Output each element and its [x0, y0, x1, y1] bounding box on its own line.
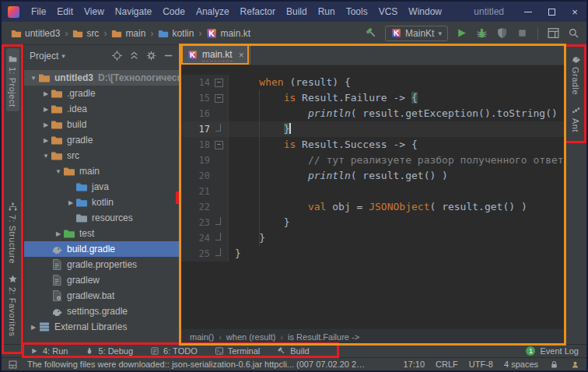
toolwindow-button-1-project[interactable]: 1: Project	[6, 48, 19, 111]
breadcrumb-src[interactable]: src	[71, 27, 100, 40]
code-line-16[interactable]: 16 println( result.getException().toStri…	[180, 106, 564, 121]
expand-arrow-icon[interactable]: ▶	[29, 324, 38, 331]
layout-icon[interactable]	[547, 26, 560, 40]
toolwindow-button-build[interactable]: Build	[277, 346, 309, 356]
fold-marker-icon[interactable]	[210, 215, 229, 230]
code-line-19[interactable]: 19 // тут реализуете разбор полученного …	[180, 153, 564, 168]
hide-panel-icon[interactable]	[163, 50, 174, 61]
line-number[interactable]: 24	[180, 230, 210, 246]
tree-item-gradle[interactable]: ▶.gradle	[24, 86, 180, 101]
editor-tab-main-kt[interactable]: main.kt ×	[180, 45, 252, 65]
menu-analyze[interactable]: Analyze	[191, 6, 235, 17]
tree-item-gradlew-bat[interactable]: gradlew.bat	[24, 288, 180, 304]
toolwindow-button-2-favorites[interactable]: 2: Favorites	[6, 268, 19, 341]
menu-code[interactable]: Code	[157, 6, 191, 17]
tree-item-external-libraries[interactable]: ▶External Libraries	[24, 319, 180, 335]
editor-breadcrumb-1[interactable]: when (result)	[226, 332, 276, 342]
toolwindow-button-ant[interactable]: Ant	[569, 100, 583, 137]
expand-arrow-icon[interactable]: ▶	[41, 137, 51, 144]
tree-item-gradlew[interactable]: gradlew	[24, 272, 180, 288]
locate-icon[interactable]	[111, 50, 123, 61]
minimize-button[interactable]	[516, 2, 540, 22]
tree-item-kotlin[interactable]: ▶kotlin	[24, 195, 180, 210]
toolwindow-button-terminal[interactable]: Terminal	[215, 346, 261, 356]
line-number[interactable]: 14	[180, 75, 210, 90]
code-line-15[interactable]: 15 is Result.Failure -> {	[180, 90, 564, 106]
tree-item-build[interactable]: ▶build	[24, 117, 180, 132]
breadcrumb-untitled3[interactable]: untitled3	[9, 27, 61, 40]
tree-item-java[interactable]: java	[24, 179, 180, 195]
breadcrumb-main-kt[interactable]: main.kt	[205, 27, 252, 40]
tree-item-gradle[interactable]: ▶gradle	[24, 132, 180, 148]
menu-window[interactable]: Window	[403, 6, 447, 17]
menu-edit[interactable]: Edit	[51, 6, 79, 17]
code-line-21[interactable]: 21	[180, 184, 564, 199]
tree-item-idea[interactable]: ▶.idea	[24, 101, 180, 117]
code-line-25[interactable]: 25}	[180, 246, 564, 261]
stop-button[interactable]	[516, 26, 529, 40]
editor-breadcrumb-2[interactable]: is Result.Failure ->	[288, 332, 359, 342]
toolwindow-button-7-structure[interactable]: 7: Structure	[6, 196, 19, 268]
code-line-20[interactable]: 20 println( result.get() )	[180, 168, 564, 184]
expand-arrow-icon[interactable]: ▼	[29, 75, 38, 82]
menu-run[interactable]: Run	[313, 6, 341, 17]
tree-item-build-gradle[interactable]: build.gradle	[24, 241, 180, 257]
run-configuration-select[interactable]: MainKt ▾	[385, 26, 448, 41]
run-button[interactable]	[455, 26, 468, 40]
coverage-button[interactable]	[495, 26, 509, 40]
caret-position[interactable]: 17:10	[404, 360, 425, 369]
fold-marker-icon[interactable]	[210, 230, 229, 246]
line-number[interactable]: 15	[180, 90, 210, 106]
settings-gear-icon[interactable]	[145, 50, 157, 61]
expand-arrow-icon[interactable]: ▶	[41, 90, 51, 97]
code-line-14[interactable]: 14 when (result) {	[180, 75, 564, 90]
menu-navigate[interactable]: Navigate	[110, 6, 157, 17]
toolwindow-switcher-icon[interactable]	[8, 360, 18, 370]
expand-arrow-icon[interactable]: ▶	[66, 199, 75, 206]
line-number[interactable]: 19	[180, 153, 210, 168]
code-line-17[interactable]: 17 }	[180, 121, 564, 137]
event-log-button[interactable]: 1 Event Log	[526, 346, 579, 356]
expand-arrow-icon[interactable]: ▶	[54, 230, 63, 237]
line-number[interactable]: 21	[180, 184, 210, 199]
code-line-22[interactable]: 22 val obj = JSONObject( result.get() )	[180, 199, 564, 215]
indent-size[interactable]: 4 spaces	[504, 360, 538, 369]
code-editor[interactable]: 14 when (result) {15 is Result.Failure -…	[180, 65, 564, 328]
tree-item-src[interactable]: ▼src	[24, 148, 180, 163]
code-line-18[interactable]: 18 is Result.Success -> {	[180, 137, 564, 153]
line-number[interactable]: 23	[180, 215, 210, 230]
tree-item-settings-gradle[interactable]: settings.gradle	[24, 304, 180, 319]
code-line-24[interactable]: 24 }	[180, 230, 564, 246]
toolwindow-button-gradle[interactable]: Gradle	[569, 48, 583, 100]
menu-file[interactable]: File	[26, 6, 51, 17]
line-number[interactable]: 22	[180, 199, 210, 215]
file-encoding[interactable]: UTF-8	[469, 360, 493, 369]
tree-item-resources[interactable]: resources	[24, 210, 180, 226]
project-panel-title[interactable]: Project	[30, 51, 58, 61]
breadcrumb-main[interactable]: main	[110, 27, 147, 40]
close-button[interactable]: ×	[563, 2, 586, 22]
tree-item-test[interactable]: ▶test	[24, 226, 180, 241]
toolwindow-button-4-run[interactable]: 4: Run	[30, 346, 68, 356]
fold-marker-icon[interactable]	[210, 246, 229, 261]
line-number[interactable]: 18	[180, 137, 210, 153]
tree-item-gradle-properties[interactable]: gradle.properties	[24, 257, 180, 272]
line-number[interactable]: 16	[180, 106, 210, 121]
expand-arrow-icon[interactable]: ▶	[41, 106, 51, 113]
fold-marker-icon[interactable]	[210, 75, 229, 90]
inspections-icon[interactable]	[570, 360, 580, 370]
line-number[interactable]: 20	[180, 168, 210, 184]
expand-arrow-icon[interactable]: ▼	[54, 168, 63, 175]
build-hammer-icon[interactable]	[365, 26, 378, 40]
menu-refactor[interactable]: Refactor	[235, 6, 281, 17]
toolwindow-button-5-debug[interactable]: 5: Debug	[85, 346, 133, 356]
lock-icon[interactable]	[549, 360, 559, 370]
editor-breadcrumb-0[interactable]: main()	[190, 332, 214, 342]
code-line-23[interactable]: 23 }	[180, 215, 564, 230]
menu-build[interactable]: Build	[281, 6, 313, 17]
line-number[interactable]: 17	[180, 121, 210, 137]
menu-view[interactable]: View	[79, 6, 110, 17]
collapse-all-icon[interactable]	[128, 50, 140, 61]
fold-marker-icon[interactable]	[210, 121, 229, 137]
expand-arrow-icon[interactable]: ▼	[41, 153, 51, 160]
